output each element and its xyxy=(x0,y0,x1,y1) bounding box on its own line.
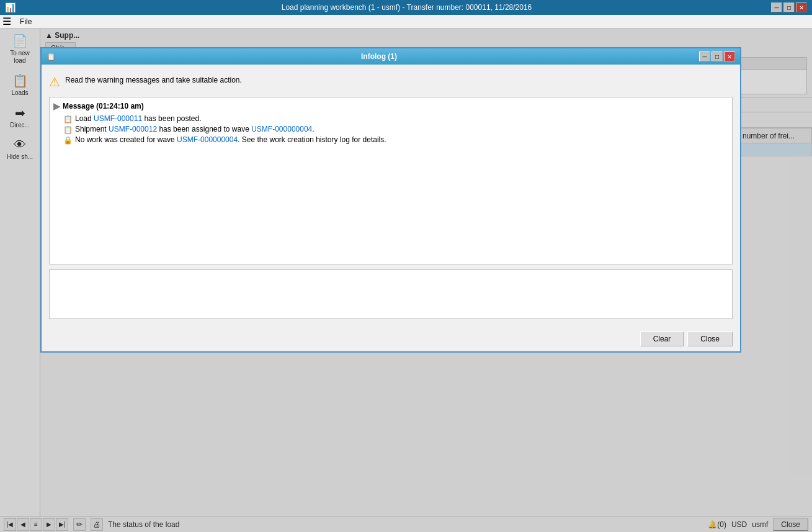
close-dialog-button[interactable]: Close xyxy=(687,331,733,346)
message-item-2: 📋 Shipment USMF-000012 has been assigned… xyxy=(53,124,728,135)
close-button[interactable]: ✕ xyxy=(796,2,807,12)
dialog-content: ⚠ Read the warning messages and take sui… xyxy=(42,65,740,327)
file-menu[interactable]: File xyxy=(15,16,37,27)
load-link-1[interactable]: USMF-000011 xyxy=(94,114,142,123)
warning-text: Read the warning messages and take suita… xyxy=(65,74,242,84)
details-box xyxy=(49,269,733,319)
infolog-dialog: 📋 Infolog (1) ─ □ ✕ ⚠ Read the warning m… xyxy=(40,47,741,353)
dialog-icon: 📋 xyxy=(47,52,59,61)
minimize-button[interactable]: ─ xyxy=(771,2,782,12)
dialog-minimize-button[interactable]: ─ xyxy=(699,52,710,61)
warning-row: ⚠ Read the warning messages and take sui… xyxy=(49,72,733,92)
dialog-maximize-button[interactable]: □ xyxy=(712,52,723,61)
main-window: 📊 Load planning workbench (1 - usmf) - T… xyxy=(0,0,812,532)
message-header[interactable]: ▶ Message (01:24:10 am) xyxy=(53,101,728,111)
window-controls: ─ □ ✕ xyxy=(771,2,807,12)
warning-icon: ⚠ xyxy=(49,74,60,89)
menu-bar: ☰ File xyxy=(0,15,812,29)
wave-link-1[interactable]: USMF-000000004 xyxy=(251,125,312,133)
window-title: Load planning workbench (1 - usmf) - Tra… xyxy=(42,3,771,12)
msg-warning-icon: 🔒 xyxy=(63,136,73,145)
shipment-link[interactable]: USMF-000012 xyxy=(109,125,157,133)
message-header-text: Message (01:24:10 am) xyxy=(63,102,144,110)
dialog-title-bar: 📋 Infolog (1) ─ □ ✕ xyxy=(42,48,740,65)
message-box[interactable]: ▶ Message (01:24:10 am) 📋 Load USMF-0000… xyxy=(49,97,733,264)
message-item-1: 📋 Load USMF-000011 has been posted. xyxy=(53,114,728,124)
restore-button[interactable]: □ xyxy=(783,2,795,12)
clear-button[interactable]: Clear xyxy=(640,331,684,346)
dialog-close-button[interactable]: ✕ xyxy=(724,52,735,61)
title-bar: 📊 Load planning workbench (1 - usmf) - T… xyxy=(0,0,812,15)
msg-info-icon-2: 📋 xyxy=(63,125,73,134)
msg-info-icon-1: 📋 xyxy=(63,115,73,124)
message-collapse-icon: ▶ xyxy=(53,101,60,111)
dialog-title: Infolog (1) xyxy=(59,52,699,61)
dialog-buttons: Clear Close xyxy=(42,327,740,351)
message-item-3: 🔒 No work was created for wave USMF-0000… xyxy=(53,135,728,145)
wave-link-2[interactable]: USMF-000000004 xyxy=(177,135,238,144)
dialog-controls: ─ □ ✕ xyxy=(699,52,735,61)
